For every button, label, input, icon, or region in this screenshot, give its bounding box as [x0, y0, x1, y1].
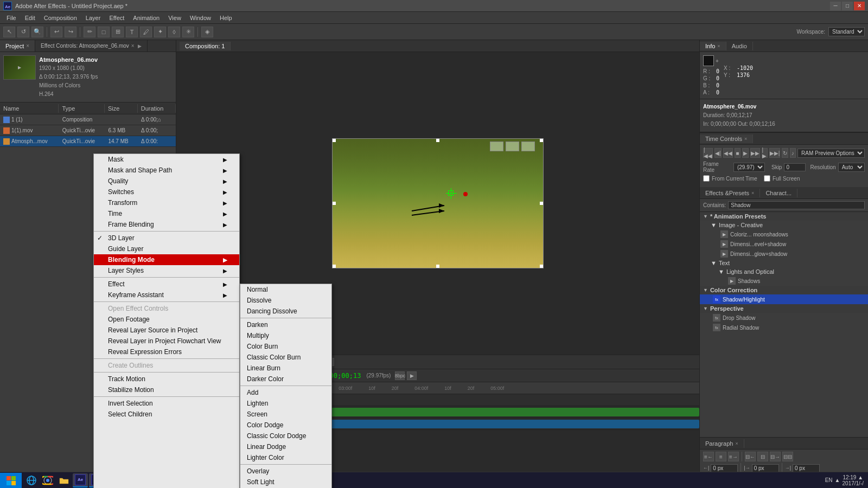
perspective-header[interactable]: ▼ Perspective: [700, 304, 868, 313]
blend-darken[interactable]: Darken: [240, 319, 331, 330]
maximize-button[interactable]: □: [842, 2, 853, 10]
ep-search-input[interactable]: [728, 201, 865, 209]
color-correction-header[interactable]: ▼ Color Correction: [700, 286, 868, 294]
blend-multiply[interactable]: Multiply: [240, 330, 331, 341]
tc-play[interactable]: ▶: [742, 148, 748, 158]
tool-rotate[interactable]: ↺: [17, 27, 29, 37]
ep-item-level-shadow[interactable]: ▶ Dimensi...evel+shadow: [707, 239, 868, 249]
blend-soft-light[interactable]: Soft Light: [240, 477, 331, 487]
start-button[interactable]: [0, 473, 22, 488]
tool-pen[interactable]: ✏: [84, 27, 95, 37]
tool-text[interactable]: T: [126, 27, 138, 37]
effect-controls-tab[interactable]: Effect Controls: Atmosphere_06.mov × ▶: [35, 40, 148, 52]
align-left-btn[interactable]: ≡←: [703, 452, 714, 461]
tool-grid[interactable]: ⊞: [112, 27, 124, 37]
ctx-guide-layer[interactable]: Guide Layer: [94, 243, 239, 254]
ctx-blending-mode[interactable]: Blending Mode ▶: [94, 254, 239, 265]
tool-clone[interactable]: ✦: [154, 27, 166, 37]
ctx-effect[interactable]: Effect ▶: [94, 279, 239, 290]
ctx-reveal-flowchart[interactable]: Reveal Layer in Project Flowchart View: [94, 336, 239, 346]
tc-prev-frame[interactable]: ◀|: [714, 148, 722, 158]
ctx-frame-blending[interactable]: Frame Blending ▶: [94, 219, 239, 230]
tool-shape[interactable]: □: [98, 27, 110, 37]
tb-folder[interactable]: [56, 473, 72, 487]
ctx-reveal-source[interactable]: Reveal Layer Source in Project: [94, 325, 239, 336]
tool-brush[interactable]: 🖊: [140, 27, 152, 37]
ctx-mask[interactable]: Mask ▶: [94, 154, 239, 165]
justify-all-btn[interactable]: ⊟⊟: [782, 452, 793, 461]
ctx-reveal-expression[interactable]: Reveal Expression Errors: [94, 346, 239, 357]
blend-screen[interactable]: Screen: [240, 409, 331, 420]
close-button[interactable]: ✕: [854, 2, 865, 10]
lights-optical-header[interactable]: ▼ Lights and Optical: [715, 267, 868, 276]
edge-handle-l[interactable]: [333, 202, 336, 205]
menu-animation[interactable]: Animation: [129, 14, 164, 22]
tool-zoom[interactable]: 🔍: [31, 27, 43, 37]
ctx-keyframe-assistant[interactable]: Keyframe Assistant ▶: [94, 290, 239, 300]
menu-view[interactable]: View: [164, 14, 186, 22]
ctx-open-footage[interactable]: Open Footage: [94, 314, 239, 325]
tc-loop[interactable]: ↻: [782, 148, 788, 158]
tc-last-frame[interactable]: ▶▶|: [769, 148, 780, 158]
align-right-btn[interactable]: ≡→: [728, 452, 739, 461]
ctx-transform[interactable]: Transform ▶: [94, 197, 239, 208]
tb-ae1[interactable]: Ae: [73, 473, 88, 487]
ctx-3d-layer[interactable]: ✓ 3D Layer: [94, 233, 239, 243]
menu-composition[interactable]: Composition: [40, 14, 81, 22]
from-current-checkbox[interactable]: [703, 175, 710, 182]
full-screen-checkbox[interactable]: [764, 175, 770, 182]
justify-right-btn[interactable]: ⊟→: [770, 452, 781, 461]
minimize-button[interactable]: ─: [830, 2, 841, 10]
edge-handle-r[interactable]: [540, 202, 543, 205]
corner-handle-tr[interactable]: [540, 139, 543, 142]
indent-left-input[interactable]: [711, 464, 738, 472]
edge-handle-b[interactable]: [436, 265, 439, 268]
indent-right-input[interactable]: [752, 464, 779, 472]
tc-tab-close[interactable]: ×: [744, 136, 747, 142]
tc-audio[interactable]: ♪: [790, 148, 796, 158]
tool-undo[interactable]: ↩: [50, 27, 62, 37]
ep-item-shadows[interactable]: ▶ Shadows: [715, 276, 868, 286]
blend-overlay[interactable]: Overlay: [240, 466, 331, 477]
ctx-switches[interactable]: Switches ▶: [94, 187, 239, 197]
info-tab[interactable]: Info ×: [700, 42, 726, 50]
blend-lighten[interactable]: Lighten: [240, 398, 331, 409]
corner-handle-br[interactable]: [540, 265, 543, 268]
ctx-select-children[interactable]: Select Children: [94, 409, 239, 420]
tb-ie[interactable]: [24, 473, 39, 487]
resolution-select[interactable]: Auto: [838, 163, 865, 172]
text-header[interactable]: ▼ Text: [707, 259, 868, 267]
blend-lighter-color[interactable]: Lighter Color: [240, 452, 331, 463]
justify-left-btn[interactable]: ⊟←: [745, 452, 756, 461]
project-tab-close[interactable]: ×: [26, 43, 29, 49]
pp-tab-close[interactable]: ×: [735, 441, 738, 446]
blend-color-burn[interactable]: Color Burn: [240, 341, 331, 352]
ctx-quality[interactable]: Quality ▶: [94, 176, 239, 187]
effects-presets-tab[interactable]: Effects &Presets ×: [700, 189, 760, 197]
tool-extra[interactable]: ◈: [201, 27, 213, 37]
project-tab[interactable]: Project ×: [0, 40, 35, 52]
tc-stop[interactable]: ■: [735, 148, 741, 158]
blend-dissolve[interactable]: Dissolve: [240, 295, 331, 306]
list-item[interactable]: Atmosph...mov QuickTi...ovie 14.7 MB Δ 0…: [0, 136, 176, 147]
list-item[interactable]: 1(1).mov QuickTi...ovie 6.3 MB Δ 0:00;: [0, 125, 176, 136]
blend-add[interactable]: Add: [240, 387, 331, 398]
ctx-time[interactable]: Time ▶: [94, 208, 239, 219]
blend-darker-color[interactable]: Darker Color: [240, 374, 331, 384]
justify-center-btn[interactable]: ⊟: [757, 452, 768, 461]
ep-item-moonshadows[interactable]: ▶ Coloriz... moonshadows: [707, 229, 868, 239]
tc-play-fwd[interactable]: ▶▶: [750, 148, 760, 158]
ctx-layer-styles[interactable]: Layer Styles ▶: [94, 265, 239, 276]
tool-puppet[interactable]: ✳: [182, 27, 194, 37]
workspace-select[interactable]: Standard: [828, 27, 865, 36]
blend-classic-color-dodge[interactable]: Classic Color Dodge: [240, 431, 331, 441]
ctx-invert-selection[interactable]: Invert Selection: [94, 398, 239, 409]
corner-handle-tl[interactable]: [333, 139, 336, 142]
animation-presets-header[interactable]: ▼ * Animation Presets: [700, 212, 868, 221]
menu-file[interactable]: File: [2, 14, 21, 22]
blend-linear-burn[interactable]: Linear Burn: [240, 363, 331, 374]
blend-normal[interactable]: Normal: [240, 284, 331, 295]
info-tab-close[interactable]: ×: [717, 43, 720, 49]
ctx-track-motion[interactable]: Track Motion: [94, 374, 239, 384]
audio-tab[interactable]: Audio: [726, 42, 753, 50]
